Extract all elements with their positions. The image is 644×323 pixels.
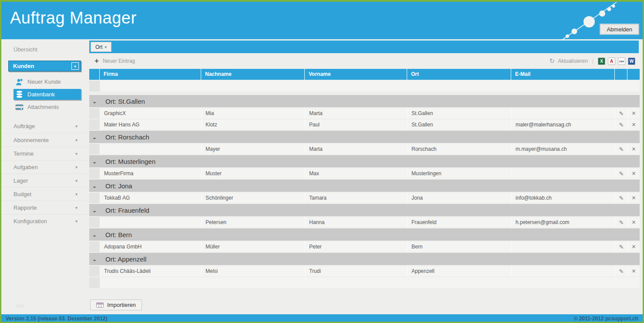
chevron-down-icon: ▾ [75,151,78,156]
excel-export-icon[interactable]: X [598,58,605,65]
cell-ort: St.Gallen [407,119,511,130]
edit-pencil-icon[interactable]: ✎ [619,110,624,117]
group-header-ort-st-gallen[interactable]: ⌄Ort: St.Gallen [89,95,640,107]
app-title: Auftrag Manager [10,9,137,27]
row-expand-strip [89,144,100,154]
group-header-ort-frauenfeld[interactable]: ⌄Ort: Frauenfeld [89,204,640,216]
delete-x-icon[interactable]: ✕ [631,268,636,274]
table-row[interactable]: MayerMartaRorschachm.mayer@musana.ch✎✕ [89,144,640,154]
chevron-up-icon[interactable]: ▲ [71,62,79,70]
edit-cell: ✎ [615,193,627,203]
sidebar-group-kunden[interactable]: Kunden ▲ [8,61,81,71]
delete-x-icon[interactable]: ✕ [631,146,636,152]
new-entry-label: Neuer Eintrag [103,58,135,64]
refresh-icon[interactable]: ↻ [550,57,555,65]
group-header-ort-jona[interactable]: ⌄Ort: Jona [89,180,640,192]
edit-pencil-icon[interactable]: ✎ [619,268,624,275]
sidebar-item-auftraege[interactable]: Aufträge▾ [1,119,87,133]
table-row[interactable]: Trudis Chääs-LädeliMelsiTrudiAppenzell✎✕ [89,266,640,276]
refresh-label[interactable]: Aktualisieren [558,58,588,64]
watermark: lara [16,303,24,308]
menu-item-label: Termine [13,150,34,157]
sidebar-item-konfiguration[interactable]: Konfiguration▾ [1,214,87,228]
row-expand-strip [89,277,100,288]
delete-x-icon[interactable]: ✕ [631,195,636,201]
table-row[interactable]: TokkaB AGSchönlingerTamaraJonainfo@tokka… [89,193,640,203]
chevron-down-icon[interactable]: ⌄ [89,256,100,262]
group-header-ort-bern[interactable]: ⌄Ort: Bern [89,228,640,241]
edit-pencil-icon[interactable]: ✎ [619,122,624,128]
cell-nachname: Mayer [201,144,305,154]
word-export-icon[interactable]: W [628,58,635,65]
sidebar-item-lager[interactable]: Lager▾ [1,173,87,187]
new-entry-button[interactable]: + Neuer Eintrag [94,58,135,64]
cell-ort: Musterlingen [407,168,511,179]
cell-vorname: Max [305,168,407,179]
column-header-nachname[interactable]: Nachname [201,69,305,80]
table-row[interactable]: PetersenHannaFrauenfeldh.petersen@gmail.… [89,217,640,228]
sidebar-item-label: Neuer Kunde [27,78,61,85]
group-by-dropdown[interactable]: Ort ▾ [91,42,111,52]
delete-x-icon[interactable]: ✕ [631,244,636,250]
sidebar-menu: Aufträge▾Abonnemente▾Termine▾Aufgaben▾La… [1,119,87,228]
sidebar-item-neuer-kunde[interactable]: Neuer Kunde [13,76,81,87]
delete-x-icon[interactable]: ✕ [631,110,636,116]
edit-pencil-icon[interactable]: ✎ [619,195,624,201]
edit-cell: ✎ [615,119,627,130]
column-header-email[interactable]: E-Mail [511,69,615,80]
chevron-down-icon[interactable]: ⌄ [89,183,100,189]
import-button[interactable]: Importieren [90,299,142,310]
cell-email [511,108,615,119]
cell-email: m.mayer@musana.ch [511,144,615,154]
cell-email: info@tokkab.ch [511,193,615,203]
cell-firma: Maler Hans AG [100,119,201,130]
table-row[interactable]: MusterFirmaMusterMaxMusterlingen✎✕ [89,168,640,179]
sidebar-item-datenbank[interactable]: Datenbank [13,89,81,100]
sidebar-item-abonnemente[interactable]: Abonnemente▾ [1,133,87,146]
edit-pencil-icon[interactable]: ✎ [619,219,624,226]
sidebar-item-termine[interactable]: Termine▾ [1,146,87,160]
menu-item-label: Aufträge [13,123,35,129]
group-label: Ort: Jona [100,182,132,190]
delete-x-icon[interactable]: ✕ [631,170,636,177]
cell-nachname: Mia [201,108,305,119]
column-header-ort[interactable]: Ort [407,69,511,80]
chevron-down-icon[interactable]: ⌄ [89,207,100,214]
group-header-ort-appenzell[interactable]: ⌄Ort: Appenzell [89,253,640,265]
cell-email [511,168,615,179]
table-row[interactable]: Adopana GmbHMüllerPeterBern✎✕ [89,241,640,252]
edit-pencil-icon[interactable]: ✎ [619,170,624,177]
sidebar-item-aufgaben[interactable]: Aufgaben▾ [1,160,87,173]
csv-export-icon[interactable]: csv [618,58,625,65]
delete-x-icon[interactable]: ✕ [631,122,636,128]
column-header-vorname[interactable]: Vorname [305,69,407,80]
app-header: Auftrag Manager Abmelden [1,2,643,39]
table-row[interactable]: GraphicXMiaMartaSt.Gallen✎✕ [89,108,640,119]
sidebar-item-label: Attachments [27,104,59,110]
group-filter-bar: Ort ▾ [89,41,639,53]
delete-cell: ✕ [627,144,640,154]
edit-pencil-icon[interactable]: ✎ [619,244,624,250]
sidebar-item-budget[interactable]: Budget▾ [1,187,87,201]
chevron-down-icon[interactable]: ⌄ [89,158,100,165]
sidebar-item-attachments[interactable]: Attachments [13,102,81,112]
chevron-down-icon[interactable]: ⌄ [89,134,100,140]
edit-cell: ✎ [615,217,627,228]
cell-ort: Frauenfeld [407,217,511,228]
sidebar-item-rapporte[interactable]: Rapporte▾ [1,201,87,214]
logout-button[interactable]: Abmelden [600,24,639,34]
group-header-ort-rorschach[interactable]: ⌄Ort: Rorschach [89,131,640,143]
table-row[interactable]: Maler Hans AGKlotzPaulSt.Gallenmaler@mal… [89,119,640,130]
cell-firma: TokkaB AG [100,193,201,203]
column-header-firma[interactable]: Firma [100,69,201,80]
group-header-ort-musterlingen[interactable]: ⌄Ort: Musterlingen [89,155,640,167]
chevron-down-icon[interactable]: ⌄ [89,98,100,105]
menu-item-label: Konfiguration [13,218,47,224]
group-label: Ort: Appenzell [100,255,146,263]
edit-pencil-icon[interactable]: ✎ [619,146,624,153]
sidebar-item-uebersicht[interactable]: Übersicht [1,44,87,56]
row-expand-strip [89,81,100,92]
pdf-export-icon[interactable]: A [608,58,615,65]
delete-x-icon[interactable]: ✕ [631,219,636,225]
chevron-down-icon[interactable]: ⌄ [89,231,100,238]
